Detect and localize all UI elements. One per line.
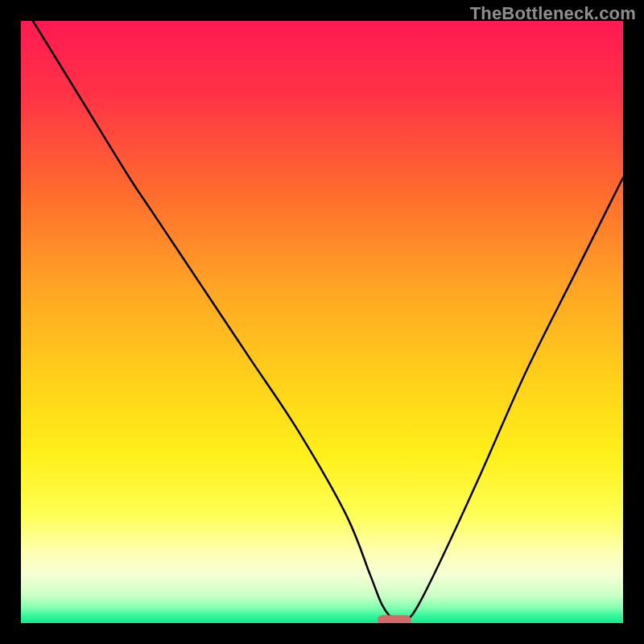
plot-area <box>21 21 623 623</box>
chart-svg <box>21 21 623 623</box>
chart-frame: TheBottleneck.com <box>0 0 644 644</box>
watermark-text: TheBottleneck.com <box>470 3 636 24</box>
optimum-marker <box>378 615 411 623</box>
gradient-background <box>21 21 623 623</box>
